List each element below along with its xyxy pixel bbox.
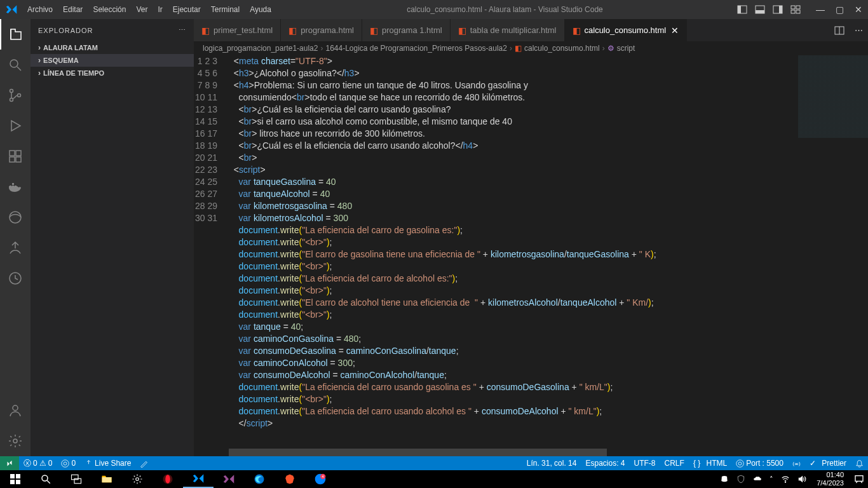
taskview-icon[interactable]: [61, 470, 92, 488]
tray-chevron-up-icon[interactable]: ˄: [766, 475, 777, 484]
tab-programa[interactable]: ◧programa.html: [281, 19, 362, 41]
docker-icon[interactable]: [0, 172, 31, 202]
more-actions-icon[interactable]: ⋯: [849, 25, 868, 35]
svg-point-13: [10, 98, 13, 102]
breadcrumb[interactable]: logica_progamacion_parte1-aula2› 1644-Lo…: [194, 41, 868, 55]
svg-rect-37: [16, 480, 20, 484]
tab-calculo-consumo[interactable]: ◧calculo_consumo.html✕: [565, 19, 688, 41]
tab-programa1[interactable]: ◧programa 1.html: [362, 19, 451, 41]
svg-rect-50: [855, 476, 863, 482]
chevron-right-icon: ›: [38, 43, 41, 52]
clock-time: 01:40: [817, 471, 844, 479]
taskbar-clock[interactable]: 01:40 7/4/2023: [810, 471, 850, 487]
html-file-icon: ◧: [370, 25, 378, 36]
svg-rect-9: [796, 10, 800, 13]
status-problems[interactable]: ⓧ0⚠0: [19, 458, 57, 469]
toggle-secondary-sidebar-icon[interactable]: [769, 0, 787, 19]
status-eol[interactable]: CRLF: [660, 459, 689, 468]
split-editor-icon[interactable]: [830, 25, 849, 36]
breadcrumb-item[interactable]: script: [617, 44, 635, 53]
svg-point-42: [136, 478, 139, 481]
sidebar-header: EXPLORADOR ⋯: [31, 19, 194, 41]
extensions-icon[interactable]: [0, 141, 31, 172]
sidebar-section-timeline[interactable]: ›LÍNEA DE TIEMPO: [31, 67, 194, 79]
svg-rect-5: [779, 6, 782, 13]
tab-label: primer_test.html: [214, 25, 273, 35]
timeline-icon[interactable]: [0, 263, 31, 294]
breadcrumb-item[interactable]: calculo_consumo.html: [524, 44, 600, 53]
remote-indicator[interactable]: [0, 456, 19, 470]
sidebar-section-project[interactable]: ›ALAURA LATAM: [31, 41, 194, 54]
status-ports[interactable]: 0: [57, 459, 80, 468]
tray-security-icon[interactable]: [733, 475, 749, 484]
edge-icon[interactable]: [244, 470, 275, 488]
sidebar-section-outline[interactable]: ›ESQUEMA: [31, 54, 194, 67]
accounts-icon[interactable]: [0, 395, 31, 426]
explorer-icon[interactable]: [0, 19, 31, 50]
brave-icon[interactable]: [275, 470, 305, 488]
menu-ejecutar[interactable]: Ejecutar: [168, 5, 206, 14]
menu-editar[interactable]: Editar: [58, 5, 88, 14]
tray-volume-icon[interactable]: [794, 475, 810, 484]
toggle-panel-icon[interactable]: [751, 0, 769, 19]
menu-terminal[interactable]: Terminal: [206, 5, 245, 14]
horizontal-scrollbar[interactable]: [229, 449, 859, 456]
messenger-icon[interactable]: 4: [305, 470, 336, 488]
close-tab-icon[interactable]: ✕: [671, 25, 679, 36]
status-notifications-icon[interactable]: [851, 459, 868, 468]
tab-primer-test[interactable]: ◧primer_test.html: [194, 19, 281, 41]
status-liveshare[interactable]: Live Share: [80, 459, 135, 468]
file-explorer-icon[interactable]: [92, 470, 122, 488]
menu-archivo[interactable]: Archivo: [22, 5, 58, 14]
sidebar-more-icon[interactable]: ⋯: [179, 26, 186, 34]
vscode-taskbar-icon[interactable]: [183, 470, 214, 488]
svg-rect-7: [796, 6, 800, 9]
status-liveserver[interactable]: Port : 5500: [731, 459, 788, 468]
taskbar-search-icon[interactable]: [31, 470, 61, 488]
scrollbar-thumb[interactable]: [229, 449, 607, 456]
status-language[interactable]: { } HTML: [689, 459, 731, 468]
status-encoding[interactable]: UTF-8: [630, 459, 660, 468]
tray-discord-icon[interactable]: [716, 475, 733, 484]
status-prettier[interactable]: ✓ Prettier: [805, 459, 851, 468]
breadcrumb-item[interactable]: logica_progamacion_parte1-aula2: [203, 44, 318, 53]
settings-gear-icon[interactable]: [0, 426, 31, 456]
code-content[interactable]: <meta charset="UTF-8"> <h3>¿Alcohol o ga…: [229, 55, 868, 449]
source-control-icon[interactable]: [0, 80, 31, 111]
start-button[interactable]: [0, 470, 31, 488]
status-cursor-position[interactable]: Lín. 31, col. 14: [522, 459, 581, 468]
tab-label: programa 1.html: [382, 25, 442, 35]
opera-icon[interactable]: [153, 470, 183, 488]
tray-onedrive-icon[interactable]: [749, 475, 766, 484]
tab-label: tabla de multiplicar.html: [470, 25, 557, 35]
edge-tools-icon[interactable]: [0, 202, 31, 233]
customize-layout-icon[interactable]: [787, 0, 804, 19]
minimize-button[interactable]: ―: [811, 0, 830, 19]
breadcrumb-item[interactable]: 1644-Logica de Programacion_Primeros Pas…: [325, 44, 507, 53]
maximize-button[interactable]: ▢: [830, 0, 849, 19]
code-editor[interactable]: 1 2 3 4 5 6 7 8 9 10 11 12 13 14 15 16 1…: [194, 55, 868, 449]
liveshare-activitybar-icon[interactable]: [0, 233, 31, 263]
svg-point-38: [42, 475, 48, 481]
sidebar-section-label: ALAURA LATAM: [43, 44, 98, 51]
menu-ayuda[interactable]: Ayuda: [245, 5, 276, 14]
action-center-icon[interactable]: [850, 474, 868, 484]
toggle-primary-sidebar-icon[interactable]: [733, 0, 751, 19]
close-button[interactable]: ✕: [849, 0, 868, 19]
run-debug-icon[interactable]: [0, 111, 31, 141]
minimap[interactable]: [798, 55, 868, 138]
svg-point-25: [13, 405, 18, 410]
html-file-icon: ◧: [515, 44, 522, 53]
visual-studio-icon[interactable]: [214, 470, 244, 488]
search-icon[interactable]: [0, 50, 31, 80]
settings-app-icon[interactable]: [122, 470, 153, 488]
tray-wifi-icon[interactable]: [777, 475, 794, 484]
tab-tabla[interactable]: ◧tabla de multiplicar.html: [451, 19, 565, 41]
status-indentation[interactable]: Espacios: 4: [581, 459, 629, 468]
html-file-icon: ◧: [573, 25, 581, 36]
status-quill-icon[interactable]: [135, 459, 153, 468]
status-golive[interactable]: [788, 459, 805, 468]
menu-seleccion[interactable]: Selección: [88, 5, 131, 14]
menu-ir[interactable]: Ir: [153, 5, 167, 14]
menu-ver[interactable]: Ver: [131, 5, 153, 14]
